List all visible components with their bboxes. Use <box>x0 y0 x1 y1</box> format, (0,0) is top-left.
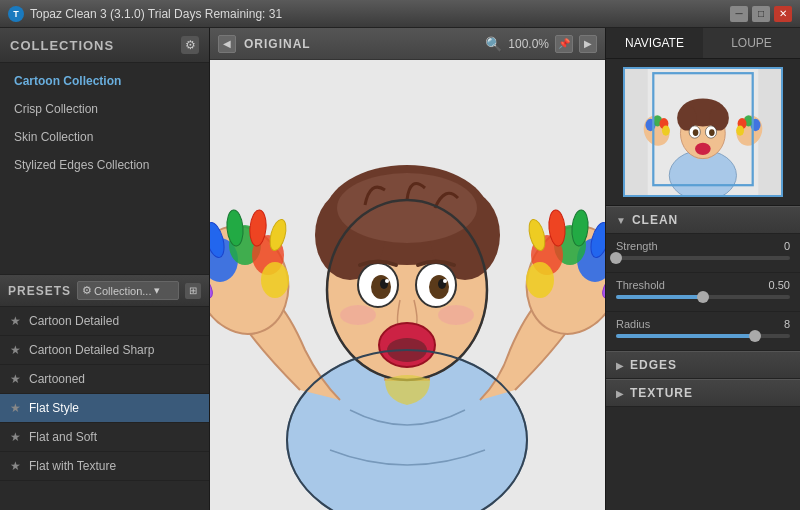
threshold-slider-group: Threshold 0.50 <box>606 273 800 312</box>
nav-tabs: NAVIGATE LOUPE <box>606 28 800 59</box>
tab-loupe[interactable]: LOUPE <box>703 28 800 58</box>
svg-point-14 <box>385 279 389 283</box>
window-controls: ─ □ ✕ <box>730 6 792 22</box>
right-panel: NAVIGATE LOUPE <box>605 28 800 510</box>
svg-point-7 <box>337 173 477 243</box>
preset-item-flat-style[interactable]: ★ Flat Style <box>0 394 209 423</box>
threshold-label: Threshold <box>616 279 665 291</box>
canvas-image[interactable] <box>210 60 605 510</box>
collection-dropdown[interactable]: ⚙ Collection... ▾ <box>77 281 179 300</box>
thumbnail-preview[interactable] <box>623 67 783 197</box>
svg-point-51 <box>693 129 699 136</box>
clean-section-header[interactable]: ▼ CLEAN <box>606 206 800 234</box>
preset-label: Flat with Texture <box>29 459 116 473</box>
edges-title: EDGES <box>630 358 677 372</box>
preset-label: Flat and Soft <box>29 430 97 444</box>
collection-item-stylized[interactable]: Stylized Edges Collection <box>0 151 209 179</box>
svg-point-34 <box>526 262 554 298</box>
preset-item-cartoon-detailed-sharp[interactable]: ★ Cartoon Detailed Sharp <box>0 336 209 365</box>
dropdown-label: Collection... <box>94 285 151 297</box>
preset-item-flat-soft[interactable]: ★ Flat and Soft <box>0 423 209 452</box>
title-text: Topaz Clean 3 (3.1.0) Trial Days Remaini… <box>30 7 282 21</box>
canvas-svg <box>210 60 605 510</box>
presets-title: PRESETS <box>8 284 71 298</box>
collection-item-crisp[interactable]: Crisp Collection <box>0 95 209 123</box>
zoom-level: 100.0% <box>508 37 549 51</box>
star-icon: ★ <box>10 314 21 328</box>
canvas-toolbar: ◀ ORIGINAL 🔍 100.0% 📌 ▶ <box>210 28 605 60</box>
texture-section-header[interactable]: ▶ TEXTURE <box>606 379 800 407</box>
texture-arrow-icon: ▶ <box>616 388 624 399</box>
threshold-slider[interactable] <box>616 295 790 299</box>
preset-label: Flat Style <box>29 401 79 415</box>
edges-section-header[interactable]: ▶ EDGES <box>606 351 800 379</box>
svg-point-63 <box>736 126 744 136</box>
preset-label: Cartoon Detailed Sharp <box>29 343 154 357</box>
grid-view-icon[interactable]: ⊞ <box>185 283 201 299</box>
prev-button[interactable]: ◀ <box>218 35 236 53</box>
svg-point-53 <box>695 143 711 155</box>
collections-header: COLLECTIONS ⚙ <box>0 28 209 63</box>
next-button[interactable]: ▶ <box>579 35 597 53</box>
close-button[interactable]: ✕ <box>774 6 792 22</box>
radius-slider-group: Radius 8 <box>606 312 800 351</box>
preset-label: Cartoon Detailed <box>29 314 119 328</box>
svg-point-19 <box>438 305 474 325</box>
clean-arrow-icon: ▼ <box>616 215 626 226</box>
svg-point-52 <box>709 129 715 136</box>
collection-item-cartoon[interactable]: Cartoon Collection <box>0 67 209 95</box>
radius-label: Radius <box>616 318 650 330</box>
clean-title: CLEAN <box>632 213 678 227</box>
collections-title: COLLECTIONS <box>10 38 114 53</box>
preset-list: ★ Cartoon Detailed ★ Cartoon Detailed Sh… <box>0 307 209 510</box>
svg-point-58 <box>662 126 670 136</box>
title-left: T Topaz Clean 3 (3.1.0) Trial Days Remai… <box>8 6 282 22</box>
pin-button[interactable]: 📌 <box>555 35 573 53</box>
texture-title: TEXTURE <box>630 386 693 400</box>
star-icon: ★ <box>10 343 21 357</box>
svg-point-15 <box>443 279 447 283</box>
collection-list: Cartoon Collection Crisp Collection Skin… <box>0 63 209 274</box>
svg-point-18 <box>340 305 376 325</box>
edges-arrow-icon: ▶ <box>616 360 624 371</box>
radius-fill <box>616 334 755 338</box>
collection-item-skin[interactable]: Skin Collection <box>0 123 209 151</box>
radius-value: 8 <box>760 318 790 330</box>
preset-item-cartoon-detailed[interactable]: ★ Cartoon Detailed <box>0 307 209 336</box>
strength-thumb[interactable] <box>610 252 622 264</box>
preset-item-cartooned[interactable]: ★ Cartooned <box>0 365 209 394</box>
presets-header: PRESETS ⚙ Collection... ▾ ⊞ <box>0 274 209 307</box>
preset-item-flat-texture[interactable]: ★ Flat with Texture <box>0 452 209 481</box>
minimize-button[interactable]: ─ <box>730 6 748 22</box>
maximize-button[interactable]: □ <box>752 6 770 22</box>
preset-label: Cartooned <box>29 372 85 386</box>
threshold-fill <box>616 295 703 299</box>
zoom-icon: 🔍 <box>485 36 502 52</box>
star-icon: ★ <box>10 401 21 415</box>
gear-small-icon: ⚙ <box>82 284 92 297</box>
star-icon: ★ <box>10 430 21 444</box>
main-layout: COLLECTIONS ⚙ Cartoon Collection Crisp C… <box>0 28 800 510</box>
chevron-down-icon: ▾ <box>154 284 160 297</box>
radius-slider[interactable] <box>616 334 790 338</box>
svg-point-24 <box>261 262 289 298</box>
settings-icon[interactable]: ⚙ <box>181 36 199 54</box>
threshold-thumb[interactable] <box>697 291 709 303</box>
star-icon: ★ <box>10 459 21 473</box>
app-icon: T <box>8 6 24 22</box>
title-bar: T Topaz Clean 3 (3.1.0) Trial Days Remai… <box>0 0 800 28</box>
strength-slider[interactable] <box>616 256 790 260</box>
strength-label: Strength <box>616 240 658 252</box>
strength-value: 0 <box>760 240 790 252</box>
left-panel: COLLECTIONS ⚙ Cartoon Collection Crisp C… <box>0 28 210 510</box>
star-icon: ★ <box>10 372 21 386</box>
thumbnail-area <box>606 59 800 206</box>
strength-slider-group: Strength 0 <box>606 234 800 273</box>
adjustments-panel: ▼ CLEAN Strength 0 Threshold 0.50 <box>606 206 800 510</box>
original-label: ORIGINAL <box>244 37 311 51</box>
canvas-area: ◀ ORIGINAL 🔍 100.0% 📌 ▶ <box>210 28 605 510</box>
threshold-value: 0.50 <box>760 279 790 291</box>
tab-navigate[interactable]: NAVIGATE <box>606 28 703 58</box>
radius-thumb[interactable] <box>749 330 761 342</box>
